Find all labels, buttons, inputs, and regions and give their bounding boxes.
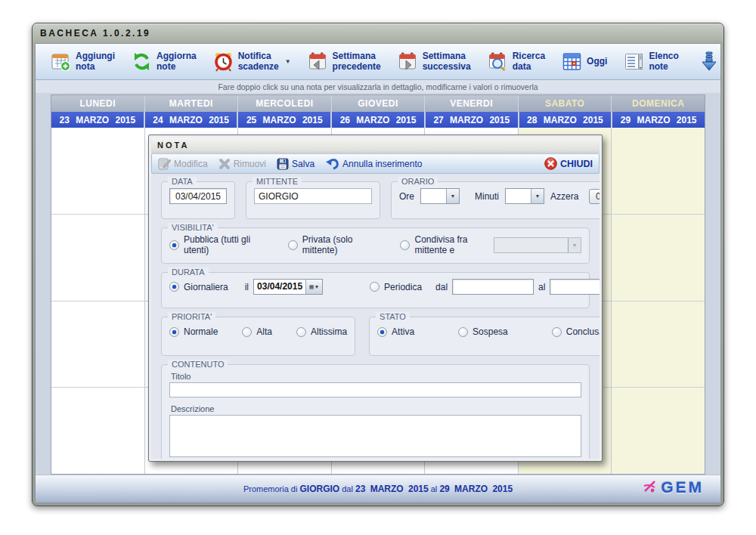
durata-date-calendar-icon[interactable]: ▦▼ [305,280,322,294]
radio-privata-label: Privata (solo mittente) [302,234,370,255]
note-cell[interactable] [612,388,705,474]
minuti-combo[interactable]: ▼ [505,188,544,204]
calendar-add-icon [51,51,71,72]
group-data: DATA [161,181,235,219]
day-header-martedi: MARTEDI [145,95,239,112]
day-header-venerdi: VENERDI [425,95,519,112]
modifica-button[interactable]: Modifica [158,157,208,170]
note-cell[interactable] [612,302,705,388]
radio-condivisa[interactable] [400,240,410,250]
date-cell-giovedi[interactable]: 26 MARZO 2015 [332,112,426,128]
group-visibilita: VISIBILITA' Pubblica (tutti gli utenti) … [161,227,590,264]
date-cell-sabato[interactable]: 28 MARZO 2015 [519,112,613,128]
today-button[interactable]: Oggi [557,48,615,75]
radio-conclusa[interactable] [552,327,562,337]
nota-dialog-titlebar[interactable]: NOTA [151,138,600,153]
prev-week-button[interactable]: Settimanaprecedente [303,48,389,76]
descrizione-label: Descrizione [171,404,581,413]
titolo-field[interactable] [169,382,581,397]
mittente-field[interactable] [254,188,372,204]
radio-pubblica[interactable] [169,240,179,250]
nota-dialog-title: NOTA [157,141,189,150]
radio-privata[interactable] [288,240,298,250]
info-bar: Fare doppio click su una nota per visual… [36,80,720,93]
note-cell[interactable] [612,215,705,302]
radio-giornaliera-label: Giornaliera [184,282,228,292]
annulla-inserimento-button[interactable]: Annulla inserimento [325,157,422,170]
day-header-mercoledi: MERCOLEDI [238,95,332,112]
group-contenuto-label: CONTENUTO [168,360,228,369]
add-note-label: Aggiunginota [76,51,115,73]
dal-field[interactable] [452,279,534,295]
hide-down-arrow-icon [700,51,718,72]
notify-deadlines-button[interactable]: Notificascadenze ▼ [209,48,299,76]
today-label: Oggi [587,57,607,67]
durata-date-picker[interactable]: 03/04/2015 ▦▼ [253,279,323,295]
note-cell[interactable] [51,215,144,302]
day-column-domenica[interactable] [612,128,705,474]
window-titlebar[interactable]: BACHECA 1.0.2.19 [33,23,723,43]
notify-deadlines-label: Notificascadenze [238,51,279,73]
rimuovi-button[interactable]: Rimuovi [218,158,266,170]
status-prefix: Promemoria di [243,484,298,493]
titolo-label: Titolo [171,372,581,381]
refresh-notes-button[interactable]: Aggiornanote [127,48,204,76]
day-header-domenica: DOMENICA [612,95,705,112]
date-cell-domenica[interactable]: 29 MARZO 2015 [612,112,705,128]
note-cell[interactable] [612,128,705,215]
next-week-label: Settimanasuccessiva [423,51,471,73]
radio-altissima[interactable] [296,327,306,337]
minuti-combo-arrow-icon[interactable]: ▼ [531,189,544,203]
radio-condivisa-label: Condivisa fra mittente e [414,234,488,255]
condivisa-user-combo[interactable]: ▼ [494,237,581,253]
gem-logo-mark-icon [643,478,659,496]
al-field[interactable] [550,279,600,295]
note-cell[interactable] [51,388,144,474]
condivisa-combo-arrow-icon: ▼ [568,238,581,252]
group-visibilita-label: VISIBILITA' [168,223,218,232]
radio-alta[interactable] [242,327,252,337]
radio-normale[interactable] [169,327,179,337]
chiudi-button[interactable]: CHIUDI [544,157,593,170]
day-column-lunedi[interactable] [51,128,145,474]
il-label: il [245,282,249,292]
notify-dropdown-caret[interactable]: ▼ [285,58,291,65]
group-contenuto: CONTENUTO Titolo Descrizione [161,364,590,459]
next-week-button[interactable]: Settimanasuccessiva [393,48,479,76]
search-date-button[interactable]: Ricercadata [483,48,553,76]
calendar-search-icon [488,51,508,72]
day-header-sabato: SABATO [519,95,612,112]
date-cell-mercoledi[interactable]: 25 MARZO 2015 [238,112,332,128]
minuti-combo-value [506,189,531,203]
status-bar: Promemoria di GIORGIO dal 23 MARZO 2015 … [36,475,720,503]
annulla-label: Annulla inserimento [342,159,422,169]
group-mittente: MITTENTE [246,181,380,219]
radio-attiva[interactable] [377,327,387,337]
note-list-button[interactable]: Elenconote [619,48,686,76]
date-cell-venerdi[interactable]: 27 MARZO 2015 [426,112,519,128]
radio-periodica-label: Periodica [384,282,422,292]
date-cell-lunedi[interactable]: 23 MARZO 2015 [51,112,145,128]
window-title: BACHECA 1.0.2.19 [40,28,150,39]
radio-sospesa[interactable] [458,327,468,337]
condivisa-combo-value [494,238,568,252]
gem-logo-text: GEM [661,478,704,496]
hide-button[interactable]: Nascondi [696,48,721,75]
date-cell-martedi[interactable]: 24 MARZO 2015 [145,112,239,128]
calendar-prev-icon [308,51,328,72]
group-stato: STATO Attiva Sospesa Conclusa [369,317,600,356]
note-cell[interactable] [51,128,144,215]
descrizione-field[interactable] [169,415,581,457]
azzera-button[interactable]: 0 [589,189,600,204]
note-cell[interactable] [51,302,144,388]
group-priorita-label: PRIORITA' [168,312,215,321]
gem-logo: GEM [643,478,704,496]
add-note-button[interactable]: Aggiunginota [46,48,122,76]
rimuovi-label: Rimuovi [234,159,266,169]
ore-combo[interactable]: ▼ [420,188,460,204]
data-field[interactable] [169,188,227,204]
radio-giornaliera[interactable] [169,282,179,292]
salva-button[interactable]: Salva [277,158,314,170]
radio-periodica[interactable] [370,282,380,292]
ore-combo-arrow-icon[interactable]: ▼ [446,189,459,203]
